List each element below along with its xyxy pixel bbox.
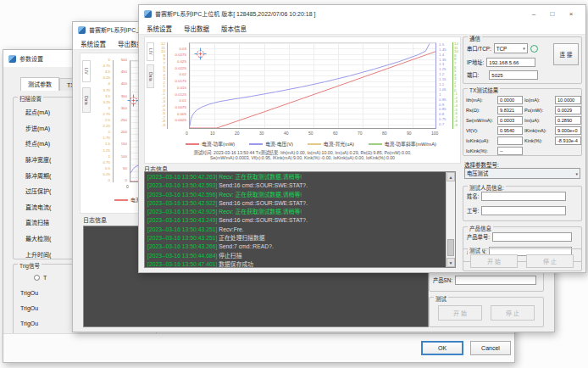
axis-tick: 0.0075 bbox=[175, 106, 186, 109]
log-scrollbar[interactable]: ▲ ▼ bbox=[446, 172, 455, 267]
tx-field-value[interactable]: -- bbox=[497, 147, 523, 155]
window-controls: – □ × bbox=[524, 7, 580, 20]
order-row: 产品单号: bbox=[467, 232, 572, 242]
log-message: Recv: 正在获取测试数据,请稍等! bbox=[219, 192, 302, 198]
refresh-icon[interactable] bbox=[530, 45, 538, 53]
menu-item-0[interactable]: 系统设置 bbox=[80, 39, 106, 48]
stop-button[interactable]: 停 止 bbox=[526, 254, 574, 268]
log-line[interactable]: [2023--03-16 13:50:43.251] Recv:Fre. bbox=[147, 226, 455, 234]
mid-sn-row: 产品SN: bbox=[433, 276, 536, 285]
tx-field-value[interactable]: 0.0029 bbox=[555, 106, 581, 114]
test-group-label: 测试 bbox=[468, 246, 482, 254]
scroll-down-icon[interactable]: ▼ bbox=[447, 258, 455, 267]
axis-tick: 0.25 bbox=[103, 173, 110, 176]
tx-field-value[interactable]: 0.0003 bbox=[497, 116, 523, 125]
mid-sn-label: 产品SN: bbox=[433, 276, 452, 284]
x-axis-tick: 30 bbox=[259, 131, 264, 136]
log-line[interactable]: [2023--03-16 13:50:42.593] Send:16 cmd::… bbox=[147, 181, 455, 190]
tab-liv[interactable]: LIV bbox=[147, 42, 154, 61]
model-combo-value: 电压测试 bbox=[467, 170, 488, 177]
chevron-down-icon: ▾ bbox=[575, 171, 578, 176]
tx-field-value[interactable]: 9.000e+0 bbox=[555, 126, 581, 135]
mid-sn-input[interactable] bbox=[455, 276, 536, 285]
voltage-axis: 1.51.451.41.351.31.251.21.151.11.0510.95… bbox=[438, 42, 452, 129]
ip-input[interactable]: 192.168.5.66 bbox=[486, 58, 535, 67]
log-message: Send:16 cmd::SOUR:SWE:STAT?. bbox=[219, 217, 308, 223]
log-timestamp: [2023--03-16 13:50:42.925] bbox=[147, 209, 219, 215]
axis-tick: 3.5 bbox=[105, 95, 110, 98]
tx-result-label: TX测试结果 bbox=[468, 86, 500, 94]
tx-field-value[interactable]: -8.910e-4 bbox=[555, 137, 581, 145]
menu-item-0[interactable]: 系统设置 bbox=[147, 24, 172, 33]
main-menubar: 系统设置导出数据版本信息 bbox=[139, 22, 585, 35]
log-line[interactable]: [2023--03-16 13:50:43.266] Send:7 cmd::R… bbox=[147, 243, 455, 251]
ip-row: IP地址: 192.168.5.66 bbox=[467, 58, 535, 67]
log-timestamp: [2023--03-16 13:50:42.922] bbox=[147, 200, 219, 206]
trig-radio-icon[interactable] bbox=[34, 275, 40, 281]
ok-button[interactable]: OK bbox=[421, 341, 463, 355]
tx-field-value[interactable]: 9.8321 bbox=[497, 106, 523, 114]
mid-start-button[interactable]: 开 始 bbox=[438, 305, 482, 321]
axis-tick: 1.4 bbox=[439, 53, 444, 57]
chevron-down-icon: ▾ bbox=[523, 46, 525, 51]
tx-field-value[interactable]: 0.9540 bbox=[497, 126, 523, 135]
maximize-button[interactable]: □ bbox=[543, 7, 562, 20]
port2-input[interactable]: 5025 bbox=[489, 70, 538, 80]
tab-data[interactable]: Data bbox=[82, 87, 91, 113]
tab-test-params[interactable]: 测试参数 bbox=[20, 77, 59, 91]
axis-tick: 0.01 bbox=[179, 99, 186, 103]
start-button[interactable]: 开 始 bbox=[470, 254, 518, 268]
main-log-box[interactable]: [2023--03-16 13:50:42.263] Recv: 正在获取测试数… bbox=[144, 171, 456, 268]
cancel-button[interactable]: Cancel bbox=[470, 341, 511, 355]
axis-tick: 1.5 bbox=[105, 142, 110, 146]
id-input[interactable] bbox=[481, 206, 566, 215]
tx-field-value[interactable]: 0.0000 bbox=[497, 96, 523, 104]
axis-tick: 250 bbox=[121, 119, 127, 122]
legend-item: 电流-背光(uA) bbox=[308, 140, 354, 148]
axis-tick: 1.25 bbox=[103, 149, 110, 153]
chart-series bbox=[190, 43, 435, 128]
tx-field-value[interactable]: 0.2890 bbox=[555, 116, 581, 125]
port-combo-value: TCP bbox=[496, 46, 508, 52]
scrollbar-thumb[interactable] bbox=[447, 239, 454, 256]
axis-tick: 0.03 bbox=[179, 47, 186, 51]
log-line[interactable]: [2023--03-16 13:50:42.925] Recv: 正在获取测试数… bbox=[147, 208, 455, 216]
log-message: Send:16 cmd::SOUR:SWE:STAT?. bbox=[219, 182, 308, 188]
order-input[interactable] bbox=[492, 232, 572, 242]
log-line[interactable]: [2023--03-16 13:50:42.596] Recv: 正在获取测试数… bbox=[147, 191, 455, 199]
legend-item: 电流-功率(mW) bbox=[186, 140, 235, 148]
close-button[interactable]: × bbox=[562, 7, 580, 20]
minimize-button[interactable]: – bbox=[524, 7, 543, 20]
axis-tick: 4 bbox=[108, 82, 110, 86]
log-line[interactable]: [2023--03-16 13:50:43.249] Send:16 cmd::… bbox=[147, 216, 455, 225]
log-timestamp: [2023--03-16 13:50:43.249] bbox=[147, 217, 219, 223]
scroll-up-icon[interactable]: ▲ bbox=[447, 172, 455, 181]
port-combo[interactable]: TCP ▾ bbox=[494, 43, 528, 53]
tab-data[interactable]: Data bbox=[147, 64, 154, 88]
log-line[interactable]: [2023--03-16 13:50:47.401] 数据保存成功 bbox=[147, 260, 455, 268]
log-line[interactable]: [2023--03-16 13:50:43.251] 正在处理扫描数据 bbox=[147, 234, 455, 243]
tab-liv[interactable]: LIV bbox=[82, 60, 91, 82]
log-line[interactable]: [2023--03-16 13:50:42.922] Send:16 cmd::… bbox=[147, 199, 455, 208]
log-message: Send:16 cmd::SOUR:SWE:STAT?. bbox=[219, 200, 308, 206]
main-plot-area[interactable] bbox=[189, 42, 436, 129]
connect-button[interactable]: 连 接 bbox=[553, 43, 579, 65]
log-line[interactable]: [2023--03-16 13:50:44.684] 停止扫描 bbox=[147, 252, 455, 260]
x-axis-tick: 0 bbox=[186, 131, 188, 136]
name-input[interactable] bbox=[481, 192, 566, 201]
menu-item-1[interactable]: 导出数据 bbox=[184, 24, 209, 33]
legend-color-dash bbox=[369, 143, 382, 145]
main-chart-panel: LIV Data 1211109876543210-1-2-3-4-5-6-7-… bbox=[144, 36, 461, 164]
log-line[interactable]: [2023--03-16 13:50:42.263] Recv: 正在获取测试数… bbox=[147, 173, 455, 181]
axis-tick: 200 bbox=[121, 131, 127, 134]
model-combo[interactable]: 电压测试 ▾ bbox=[464, 168, 580, 179]
menu-item-2[interactable]: 版本信息 bbox=[221, 24, 247, 33]
log-message: 数据保存成功 bbox=[219, 261, 253, 267]
tx-field-value[interactable]: 10.0000 bbox=[555, 96, 581, 104]
tx-field-label: IKink(mA): bbox=[524, 128, 553, 133]
product-group-label: 产品信息 bbox=[468, 224, 493, 232]
mid-stop-button[interactable]: 停 止 bbox=[491, 305, 535, 321]
tx-field-value[interactable] bbox=[497, 137, 523, 145]
tx-result-group: TX测试结果 Ith(mA):0.0000Io(mA):10.0000Rs(Ω)… bbox=[463, 88, 582, 156]
axis-tick: 1.1 bbox=[439, 83, 444, 86]
